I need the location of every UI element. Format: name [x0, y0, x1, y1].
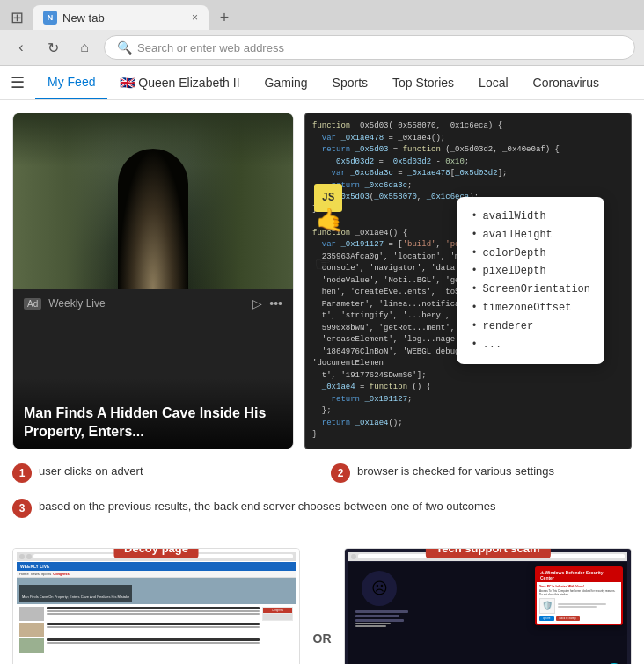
home-button[interactable]: ⌂ — [72, 35, 97, 60]
article-card[interactable]: Man Finds A Hidden Cave Inside His Prope… — [12, 113, 294, 449]
tooltip-item-screenorientation: • ScreenOrientation — [471, 281, 590, 299]
scam-thumbnail: ☹ ⚠ Windows Defender Security Center — [345, 549, 631, 665]
step-1-number: 1 — [12, 463, 32, 483]
ad-badge: Ad — [24, 298, 41, 310]
tooltip-item-pixeldepth: • pixelDepth — [471, 262, 590, 281]
article-title: Man Finds A Hidden Cave Inside His Prope… — [24, 405, 282, 441]
scam-outcome-card: Tech support scam ☹ — [344, 548, 632, 665]
more-options-icon[interactable]: ••• — [269, 296, 282, 310]
tooltip-item-availheight: • availHeight — [471, 226, 590, 244]
hand-icon: 🤙 — [316, 206, 344, 237]
refresh-button[interactable]: ↻ — [40, 35, 65, 60]
tooltip-popup: • availWidth • availHeight • colorDepth … — [457, 197, 604, 364]
window-controls: ⊞ — [11, 8, 29, 27]
address-bar[interactable]: 🔍 Search or enter web address — [104, 35, 635, 60]
tooltip-item-timezoneoffset: • timezoneOffset — [471, 299, 590, 317]
tooltip-item-colordepth: • colorDepth — [471, 244, 590, 263]
or-divider: OR — [309, 534, 335, 665]
tab-bar: ⊞ N New tab × + — [0, 0, 644, 30]
step-3-row: 3 based on the previous results, the bac… — [12, 497, 632, 520]
active-tab[interactable]: N New tab × — [33, 5, 209, 30]
step-1: 1 user clicks on advert — [12, 463, 313, 483]
tooltip-item-more: • ... — [471, 336, 590, 354]
address-bar-row: ‹ ↻ ⌂ 🔍 Search or enter web address — [0, 30, 644, 65]
tab-label: New tab — [62, 11, 105, 25]
sidebar-toggle-icon[interactable]: ⊞ — [11, 8, 24, 27]
decoy-label: Decoy page — [113, 548, 199, 558]
tooltip-item-renderer: • renderer — [471, 317, 590, 336]
nav-item-gaming[interactable]: Gaming — [252, 67, 320, 99]
step-2-text: browser is checked for various settings — [357, 463, 554, 479]
tooltip-item-availwidth: • availWidth — [471, 208, 590, 226]
address-text: Search or enter web address — [137, 41, 284, 55]
article-overlay: Man Finds A Hidden Cave Inside His Prope… — [13, 378, 293, 449]
nav-item-myfeed[interactable]: My Feed — [35, 66, 107, 99]
step-2: 2 browser is checked for various setting… — [331, 463, 632, 483]
step-3-text: based on the previous results, the back … — [39, 499, 496, 514]
nav-item-coronavirus[interactable]: Coronavirus — [521, 67, 611, 99]
step-3-number: 3 — [12, 499, 32, 518]
tab-close-button[interactable]: × — [192, 11, 198, 24]
nav-item-sports[interactable]: Sports — [320, 67, 380, 99]
nav-bar: ☰ My Feed 🇬🇧 Queen Elizabeth II Gaming S… — [0, 66, 644, 100]
article-image — [13, 113, 293, 289]
bottom-section: Decoy page WEEKLY LIVE Home News Sports … — [12, 534, 632, 665]
nav-item-local[interactable]: Local — [466, 67, 520, 99]
main-content: Man Finds A Hidden Cave Inside His Prope… — [0, 100, 644, 664]
nav-item-queen[interactable]: 🇬🇧 Queen Elizabeth II — [107, 67, 252, 99]
tab-favicon: N — [43, 11, 57, 25]
step-2-number: 2 — [331, 463, 350, 483]
steps-row: 1 user clicks on advert 2 browser is che… — [12, 460, 632, 486]
back-button[interactable]: ‹ — [9, 35, 33, 60]
scam-label: Tech support scam — [425, 548, 550, 558]
decoy-thumbnail: WEEKLY LIVE Home News Sports Congress Ma… — [13, 549, 299, 665]
browser-chrome: ⊞ N New tab × + ‹ ↻ ⌂ 🔍 Search or enter … — [0, 0, 644, 66]
search-icon: 🔍 — [117, 40, 132, 55]
top-section: Man Finds A Hidden Cave Inside His Prope… — [12, 113, 632, 449]
fingerprint-icon: ☞ — [316, 250, 330, 281]
new-tab-button[interactable]: + — [212, 5, 237, 30]
decoy-outcome-card: Decoy page WEEKLY LIVE Home News Sports … — [12, 548, 300, 665]
article-source: Weekly Live — [48, 297, 245, 310]
code-panel: function _0x5d03(_0x558070, _0x1c6eca) {… — [304, 113, 632, 449]
step-1-text: user clicks on advert — [39, 463, 143, 479]
hamburger-menu[interactable]: ☰ — [11, 73, 25, 92]
article-footer: Ad Weekly Live ▷ ••• — [13, 289, 293, 317]
nav-item-topstories[interactable]: Top Stories — [380, 67, 466, 99]
play-icon[interactable]: ▷ — [252, 296, 262, 310]
